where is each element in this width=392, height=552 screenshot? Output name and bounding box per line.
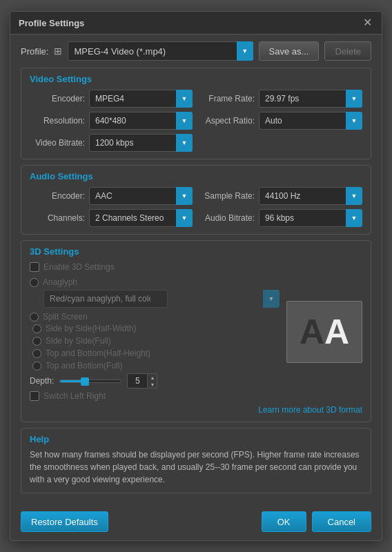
audio-bitrate-row: Audio Bitrate: 96 kbps <box>199 209 362 227</box>
sample-rate-select[interactable]: 44100 Hz <box>259 187 362 205</box>
depth-slider[interactable] <box>59 379 121 383</box>
side-by-side-half-row: Side by Side(Half-Width) <box>32 324 280 333</box>
depth-label: Depth: <box>30 376 54 386</box>
top-bottom-full-label: Top and Bottom(Full) <box>46 361 122 371</box>
video-settings-title: Video Settings <box>30 74 362 84</box>
close-button[interactable]: ✕ <box>362 17 373 28</box>
top-bottom-full-radio[interactable] <box>32 362 41 371</box>
resolution-label: Resolution: <box>30 116 85 126</box>
channels-row: Channels: 2 Channels Stereo <box>30 209 193 227</box>
aa-left-char: A <box>300 312 324 352</box>
side-by-side-full-row: Side by Side(Full) <box>32 336 280 346</box>
depth-down-button[interactable]: ▼ <box>148 381 157 388</box>
restore-defaults-button[interactable]: Restore Defaults <box>21 511 108 532</box>
dialog-title: Profile Settings <box>19 18 84 28</box>
aa-text: A A <box>300 312 349 352</box>
top-bottom-half-label: Top and Bottom(Half-Height) <box>46 348 150 358</box>
frame-rate-label: Frame Rate: <box>199 94 255 103</box>
audio-bitrate-select[interactable]: 96 kbps <box>259 209 362 227</box>
anaglyph-row: Anaglyph <box>30 277 280 287</box>
aspect-ratio-row: Aspect Ratio: Auto <box>199 112 362 130</box>
profile-settings-dialog: Profile Settings ✕ Profile: ⊞ MPEG-4 Vid… <box>10 11 382 541</box>
audio-encoder-row: Encoder: AAC <box>30 187 193 205</box>
depth-value: 5 <box>127 373 148 388</box>
audio-encoder-select[interactable]: AAC <box>89 187 193 205</box>
anaglyph-radio[interactable] <box>30 278 39 287</box>
enable-3d-label: Enable 3D Settings <box>43 262 115 272</box>
depth-up-button[interactable]: ▲ <box>148 374 157 381</box>
save-as-button[interactable]: Save as... <box>259 41 320 61</box>
sample-rate-select-wrap: 44100 Hz <box>259 187 362 205</box>
video-bitrate-select[interactable]: 1200 kbps <box>89 134 193 152</box>
footer-right: OK Cancel <box>262 511 371 532</box>
help-title: Help <box>30 434 362 444</box>
side-by-side-half-radio[interactable] <box>32 324 41 333</box>
split-screen-options: Side by Side(Half-Width) Side by Side(Fu… <box>32 324 280 371</box>
split-screen-label: Split Screen <box>43 312 88 322</box>
split-screen-row: Split Screen <box>30 312 280 322</box>
profile-select-wrap: MPEG-4 Video (*.mp4) <box>68 41 253 61</box>
switch-left-right-label: Switch Left Right <box>43 391 106 401</box>
cancel-button[interactable]: Cancel <box>312 511 371 532</box>
3d-settings-title: 3D Settings <box>30 246 362 257</box>
profile-label: Profile: <box>21 46 48 57</box>
video-bitrate-row: Video Bitrate: 1200 kbps <box>30 134 193 152</box>
top-bottom-full-row: Top and Bottom(Full) <box>32 361 280 371</box>
audio-bitrate-select-wrap: 96 kbps <box>259 209 362 227</box>
ok-button[interactable]: OK <box>262 511 306 532</box>
depth-row: Depth: 5 ▲ ▼ <box>30 373 280 388</box>
frame-rate-select-wrap: 29.97 fps <box>259 90 362 108</box>
video-bitrate-select-wrap: 1200 kbps <box>89 134 193 152</box>
footer: Restore Defaults OK Cancel <box>10 506 382 540</box>
resolution-select[interactable]: 640*480 <box>89 112 193 130</box>
switch-left-right-checkbox[interactable] <box>30 391 39 401</box>
top-bottom-half-row: Top and Bottom(Half-Height) <box>32 348 280 358</box>
side-by-side-half-label: Side by Side(Half-Width) <box>46 324 136 333</box>
channels-label: Channels: <box>30 213 85 223</box>
aa-preview: A A <box>286 301 362 363</box>
encoder-label: Encoder: <box>30 94 85 103</box>
channels-select-wrap: 2 Channels Stereo <box>89 209 193 227</box>
help-text: Set how many frames should be displayed … <box>30 448 362 486</box>
video-settings-section: Video Settings Encoder: MPEG4 Frame Rate… <box>21 68 371 159</box>
delete-button[interactable]: Delete <box>324 41 371 61</box>
aspect-ratio-label: Aspect Ratio: <box>199 116 255 126</box>
anaglyph-select-arrow <box>263 290 280 308</box>
learn-more-link[interactable]: Learn more about 3D format <box>30 405 362 415</box>
frame-rate-select[interactable]: 29.97 fps <box>259 90 362 108</box>
encoder-select[interactable]: MPEG4 <box>89 90 193 108</box>
enable-3d-checkbox[interactable] <box>30 262 39 272</box>
sample-rate-label: Sample Rate: <box>199 191 255 201</box>
dialog-body: Profile: ⊞ MPEG-4 Video (*.mp4) Save as.… <box>10 34 382 506</box>
resolution-row: Resolution: 640*480 <box>30 112 193 130</box>
encoder-row: Encoder: MPEG4 <box>30 90 193 108</box>
3d-settings-section: 3D Settings Enable 3D Settings Anaglyph <box>21 240 371 422</box>
side-by-side-full-radio[interactable] <box>32 337 41 346</box>
audio-settings-title: Audio Settings <box>30 171 362 181</box>
audio-settings-grid: Encoder: AAC Sample Rate: 44100 Hz <box>30 187 362 227</box>
3d-layout: Enable 3D Settings Anaglyph Red/cyan ana… <box>30 262 362 401</box>
anaglyph-select-wrap: Red/cyan anaglyph, full color <box>43 290 280 308</box>
resolution-select-wrap: 640*480 <box>89 112 193 130</box>
3d-right-panel: A A <box>286 262 362 401</box>
profile-icon: ⊞ <box>54 46 62 57</box>
profile-select[interactable]: MPEG-4 Video (*.mp4) <box>68 41 253 61</box>
aspect-ratio-select[interactable]: Auto <box>259 112 362 130</box>
frame-rate-row: Frame Rate: 29.97 fps <box>199 90 362 108</box>
audio-encoder-select-wrap: AAC <box>89 187 193 205</box>
split-screen-radio[interactable] <box>30 313 39 322</box>
audio-settings-section: Audio Settings Encoder: AAC Sample Rate: <box>21 165 371 235</box>
top-bottom-half-radio[interactable] <box>32 349 41 358</box>
anaglyph-select[interactable]: Red/cyan anaglyph, full color <box>43 290 168 308</box>
help-section: Help Set how many frames should be displ… <box>21 428 371 493</box>
channels-select[interactable]: 2 Channels Stereo <box>89 209 193 227</box>
depth-arrows: ▲ ▼ <box>148 373 157 388</box>
enable-3d-row: Enable 3D Settings <box>30 262 280 272</box>
title-bar: Profile Settings ✕ <box>10 12 382 34</box>
sample-rate-row: Sample Rate: 44100 Hz <box>199 187 362 205</box>
switch-left-right-row: Switch Left Right <box>30 391 280 401</box>
aa-right-char: A <box>324 312 349 352</box>
aspect-ratio-select-wrap: Auto <box>259 112 362 130</box>
depth-slider-thumb <box>81 377 89 386</box>
3d-left-panel: Enable 3D Settings Anaglyph Red/cyan ana… <box>30 262 280 401</box>
